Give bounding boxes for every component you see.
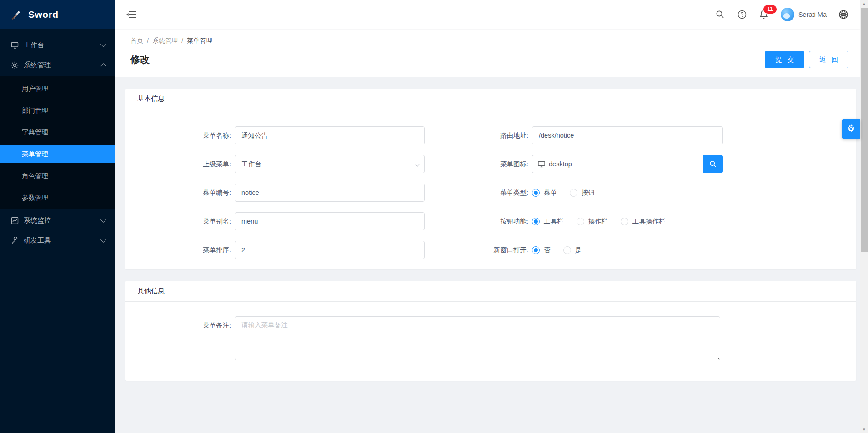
radio-dot (621, 218, 628, 225)
globe-icon[interactable] (838, 10, 848, 20)
menu-icon-label: 菜单图标: (491, 160, 532, 169)
tool-icon (11, 237, 19, 244)
radio-no[interactable]: 否 (532, 246, 551, 254)
breadcrumb-system-mgmt[interactable]: 系统管理 (152, 37, 178, 45)
radio-dot (532, 246, 540, 254)
user-name: Serati Ma (798, 11, 827, 18)
topbar: 11 Serati Ma (115, 0, 860, 29)
new-window-radio-group: 否 是 (532, 246, 582, 254)
menu-fold-icon (126, 10, 136, 19)
app-logo[interactable]: Sword (0, 0, 115, 29)
parent-menu-label: 上级菜单: (125, 160, 235, 169)
menu-fold-button[interactable] (115, 0, 148, 29)
chevron-down-icon (100, 237, 106, 243)
help-icon[interactable] (737, 10, 747, 20)
menu-icon-input[interactable]: desktop (532, 155, 703, 173)
breadcrumb: 首页 / 系统管理 / 菜单管理 (130, 37, 848, 45)
menu-alias-label: 菜单别名: (125, 217, 235, 226)
radio-action-bar[interactable]: 操作栏 (577, 217, 608, 226)
new-window-label: 新窗口打开: (491, 246, 532, 254)
radio-toolbar[interactable]: 工具栏 (532, 217, 564, 226)
sidebar-item-menu-mgmt[interactable]: 菜单管理 (0, 145, 115, 163)
scrollbar-thumb[interactable] (861, 8, 868, 252)
sidebar-item-param-mgmt[interactable]: 参数管理 (0, 189, 115, 207)
other-info-title: 其他信息 (125, 281, 856, 302)
scroll-down-arrow[interactable]: ▼ (860, 426, 868, 433)
chevron-down-icon (100, 41, 106, 47)
menu-remark-textarea[interactable] (235, 316, 720, 360)
button-func-label: 按钮功能: (491, 217, 532, 226)
sidebar-item-system-monitor[interactable]: 系统监控 (0, 211, 115, 229)
breadcrumb-separator: / (181, 37, 183, 45)
avatar (781, 8, 794, 21)
sword-logo-icon (11, 9, 23, 20)
menu-icon-value: desktop (549, 160, 572, 168)
theme-settings-button[interactable] (842, 119, 860, 139)
menu-name-input[interactable] (235, 126, 425, 144)
breadcrumb-menu-mgmt: 菜单管理 (187, 37, 212, 45)
chevron-up-icon (100, 63, 106, 69)
other-info-card: 其他信息 菜单备注: (125, 281, 856, 381)
search-icon[interactable] (715, 10, 725, 20)
basic-info-card: 基本信息 菜单名称: 路由地址: 上级菜单: (125, 89, 856, 269)
sidebar: Sword 工作台 (0, 0, 115, 433)
system-mgmt-submenu: 用户管理 部门管理 字典管理 菜单管理 角色管理 参数管理 (0, 76, 115, 209)
radio-dot (577, 218, 584, 225)
menu-alias-input[interactable] (235, 212, 425, 230)
breadcrumb-separator: / (147, 37, 149, 45)
menu-sort-input[interactable] (235, 241, 425, 259)
radio-yes[interactable]: 是 (563, 246, 582, 254)
sidebar-item-role-mgmt[interactable]: 角色管理 (0, 167, 115, 185)
menu-type-label: 菜单类型: (491, 189, 532, 197)
notification-badge: 11 (763, 5, 777, 14)
menu-code-label: 菜单编号: (125, 189, 235, 197)
sidebar-item-label: 研发工具 (24, 236, 101, 245)
monitor-chart-icon (11, 217, 19, 224)
breadcrumb-home[interactable]: 首页 (130, 37, 143, 45)
submit-button[interactable]: 提 交 (765, 51, 804, 68)
radio-dot (532, 218, 540, 225)
menu-name-label: 菜单名称: (125, 131, 235, 140)
scroll-up-arrow[interactable]: ▲ (860, 0, 868, 7)
sidebar-item-dict-mgmt[interactable]: 字典管理 (0, 123, 115, 141)
sidebar-item-label: 工作台 (24, 41, 101, 50)
sidebar-item-dev-tools[interactable]: 研发工具 (0, 231, 115, 249)
page-title: 修改 (130, 53, 765, 66)
topbar-actions: 11 Serati Ma (715, 8, 860, 21)
desktop-icon (11, 41, 19, 49)
menu-code-input[interactable] (235, 184, 425, 202)
route-path-label: 路由地址: (491, 131, 532, 140)
menu-type-radio-group: 菜单 按钮 (532, 189, 595, 197)
app-title: Sword (28, 9, 59, 20)
sidebar-item-workbench[interactable]: 工作台 (0, 36, 115, 54)
icon-search-button[interactable] (703, 155, 723, 173)
menu-remark-label: 菜单备注: (125, 316, 235, 330)
user-menu[interactable]: Serati Ma (781, 8, 827, 21)
vertical-scrollbar[interactable]: ▲ ▼ (860, 0, 868, 433)
desktop-icon (538, 161, 545, 168)
search-icon (709, 160, 717, 168)
sidebar-item-user-mgmt[interactable]: 用户管理 (0, 80, 115, 98)
main-content: 首页 / 系统管理 / 菜单管理 修改 提 交 返 回 基本信息 菜单名称: (115, 29, 860, 433)
radio-tool-action-bar[interactable]: 工具操作栏 (621, 217, 666, 226)
sidebar-item-label: 系统管理 (24, 61, 101, 70)
page-header: 首页 / 系统管理 / 菜单管理 修改 提 交 返 回 (115, 29, 860, 77)
sidebar-item-dept-mgmt[interactable]: 部门管理 (0, 101, 115, 119)
gear-icon (11, 61, 19, 69)
back-button[interactable]: 返 回 (809, 51, 848, 68)
bell-icon[interactable]: 11 (759, 10, 769, 20)
sidebar-item-system-mgmt[interactable]: 系统管理 (0, 56, 115, 74)
button-func-radio-group: 工具栏 操作栏 工具操作栏 (532, 217, 666, 226)
radio-dot (563, 246, 571, 254)
basic-info-title: 基本信息 (125, 89, 856, 109)
sidebar-menu: 工作台 系统管理 用户管理 部门管理 字典管理 (0, 29, 115, 249)
sidebar-item-label: 系统监控 (24, 216, 101, 225)
radio-menu[interactable]: 菜单 (532, 189, 557, 197)
form-content: 基本信息 菜单名称: 路由地址: 上级菜单: (115, 77, 860, 381)
radio-dot (532, 189, 540, 197)
route-path-input[interactable] (532, 126, 723, 144)
radio-button[interactable]: 按钮 (570, 189, 595, 197)
gear-icon (847, 124, 856, 134)
parent-menu-select[interactable] (235, 155, 425, 173)
chevron-down-icon (100, 217, 106, 223)
